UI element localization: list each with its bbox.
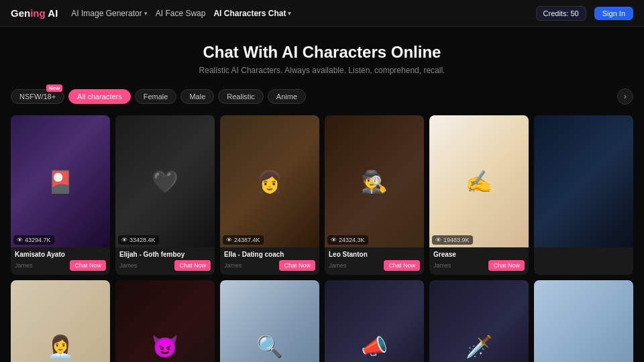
card-row: James Chat Now (15, 260, 106, 271)
character-author: James (15, 262, 33, 269)
filter-nsfw[interactable]: New NSFW/18+ (11, 89, 64, 104)
character-illustration: 🕵️ (325, 115, 424, 247)
character-illustration: 🎴 (11, 115, 110, 247)
character-card[interactable] (534, 115, 633, 275)
chat-now-button[interactable]: Chat Now (174, 260, 211, 271)
character-illustration: 🖤 (115, 115, 215, 247)
card-footer: Leo Stanton James Chat Now (325, 247, 424, 275)
character-name: Ella - Dating coach (224, 251, 315, 258)
eye-icon: 👁 (331, 237, 337, 243)
character-card[interactable]: 🔍 👁 13292.3K A Detective Obsessed With Y… (220, 280, 319, 362)
card-image: 🖤 👁 33428.4K (115, 115, 215, 247)
filter-all[interactable]: All characters (68, 89, 131, 104)
chevron-down-icon: ▾ (144, 10, 148, 17)
character-grid: 🎴 👁 43294.7K Kamisato Ayato James Chat N… (0, 110, 644, 362)
character-name: Elijah - Goth femboy (119, 251, 211, 258)
character-author: James (119, 262, 138, 269)
character-card[interactable]: 👩 👁 24387.4K Ella - Dating coach James C… (220, 115, 319, 275)
character-illustration: 👩 (220, 115, 319, 247)
chat-now-button[interactable]: Chat Now (488, 260, 525, 271)
card-footer: Ella - Dating coach James Chat Now (220, 247, 319, 275)
card-image (534, 280, 633, 362)
card-image: 🕵️ 👁 24324.3K (325, 115, 424, 247)
character-illustration: 📣 (325, 280, 424, 362)
card-footer: Elijah - Goth femboy James Chat Now (115, 247, 215, 275)
character-card[interactable]: 🕵️ 👁 24324.3K Leo Stanton James Chat Now (325, 115, 424, 275)
character-name: Kamisato Ayato (15, 251, 106, 258)
character-name: Leo Stanton (329, 251, 420, 258)
credits-button[interactable]: Credits: 50 (536, 6, 586, 21)
character-author: James (433, 262, 451, 269)
card-image: 🗡️ 👁 11743.9K (429, 280, 529, 362)
character-card[interactable] (534, 280, 633, 362)
character-stats: 👁 43294.7K (13, 235, 54, 245)
filter-realistic[interactable]: Realistic (218, 89, 264, 104)
nav-characters-chat[interactable]: AI Characters Chat ▾ (213, 9, 291, 18)
stat-value: 33428.4K (129, 237, 156, 243)
character-illustration: 😈 (115, 280, 215, 362)
character-illustration: 🔍 (220, 280, 319, 362)
eye-icon: 👁 (17, 237, 23, 243)
stat-value: 24387.4K (234, 237, 260, 243)
card-image: 🔍 👁 13292.3K (220, 280, 319, 362)
stat-value: 43294.7K (25, 237, 51, 243)
character-card[interactable]: 🖤 👁 33428.4K Elijah - Goth femboy James … (115, 115, 215, 275)
character-illustration: ✍️ (429, 115, 529, 247)
header: Gening AI AI Image Generator ▾ AI Face S… (0, 0, 644, 27)
character-stats: 👁 19483.9K (432, 235, 473, 245)
character-illustration: 🗡️ (429, 280, 529, 362)
card-footer: Grease James Chat Now (429, 247, 529, 275)
character-card[interactable]: 📣 👁 12904.3K Bully Cheerleader James Cha… (325, 280, 424, 362)
chat-now-button[interactable]: Chat Now (70, 260, 106, 271)
character-author: James (224, 262, 242, 269)
new-badge: New (46, 84, 62, 92)
character-card[interactable]: 🎴 👁 43294.7K Kamisato Ayato James Chat N… (11, 115, 110, 275)
stat-value: 19483.9K (443, 237, 470, 243)
character-stats: 👁 24324.3K (327, 235, 368, 245)
page-subtitle: Realistic AI Characters. Always availabl… (11, 66, 633, 75)
nav-face-swap[interactable]: AI Face Swap (156, 9, 206, 18)
signin-button[interactable]: Sign In (594, 7, 633, 20)
stat-value: 24324.3K (339, 237, 365, 243)
card-image: 👩 👁 24387.4K (220, 115, 319, 247)
card-row: James Chat Now (433, 260, 525, 271)
card-image (534, 115, 633, 247)
character-stats: 👁 24387.4K (223, 235, 264, 245)
chat-now-button[interactable]: Chat Now (279, 260, 315, 271)
character-illustration (534, 115, 633, 247)
character-card[interactable]: 😈 👁 13429.4K Serial Killer Husband James… (115, 280, 215, 362)
chevron-down-icon-2: ▾ (288, 10, 291, 17)
character-card[interactable]: 🗡️ 👁 11743.9K younger brother James Chat… (429, 280, 529, 362)
filter-female[interactable]: Female (135, 89, 177, 104)
filter-bar: New NSFW/18+ All characters Female Male … (0, 83, 644, 110)
character-stats: 👁 33428.4K (118, 235, 159, 245)
filter-male[interactable]: Male (180, 89, 214, 104)
character-illustration (534, 280, 633, 362)
next-arrow[interactable]: › (617, 88, 633, 105)
character-card[interactable]: 👩‍💼 👁 13748.3K Juliette Dubois James Cha… (11, 280, 110, 362)
card-row: James Chat Now (329, 260, 420, 271)
card-image: 😈 👁 13429.4K (115, 280, 215, 362)
eye-icon: 👁 (226, 237, 232, 243)
filter-anime[interactable]: Anime (268, 89, 306, 104)
card-image: ✍️ 👁 19483.9K (429, 115, 529, 247)
character-author: James (329, 262, 347, 269)
card-row: James Chat Now (119, 260, 211, 271)
hero-section: Chat With AI Characters Online Realistic… (0, 27, 644, 83)
card-row: James Chat Now (224, 260, 315, 271)
character-name: Grease (433, 251, 525, 258)
chat-now-button[interactable]: Chat Now (384, 260, 420, 271)
card-image: 📣 👁 12904.3K (325, 280, 424, 362)
card-footer: Kamisato Ayato James Chat Now (11, 247, 110, 275)
character-card[interactable]: ✍️ 👁 19483.9K Grease James Chat Now (429, 115, 529, 275)
page-title: Chat With AI Characters Online (11, 43, 633, 62)
character-illustration: 👩‍💼 (11, 280, 110, 362)
nav-image-generator[interactable]: AI Image Generator ▾ (71, 9, 147, 18)
chevron-right-icon: › (624, 92, 627, 101)
card-image: 👩‍💼 👁 13748.3K (11, 280, 110, 362)
card-image: 🎴 👁 43294.7K (11, 115, 110, 247)
eye-icon: 👁 (435, 237, 441, 243)
logo[interactable]: Gening AI (11, 7, 58, 19)
eye-icon: 👁 (121, 237, 127, 243)
